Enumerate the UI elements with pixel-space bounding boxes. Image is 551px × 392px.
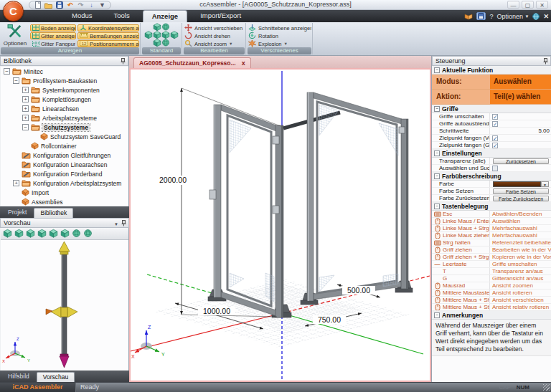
- ribbon-item-ansicht-verschieben[interactable]: Ansicht verschieben: [184, 24, 245, 32]
- collapse-icon[interactable]: −: [434, 312, 440, 318]
- property-group-einstellungen[interactable]: −Einstellungen: [432, 149, 551, 158]
- close-button[interactable]: ✕: [536, 1, 548, 9]
- view-cube-icon[interactable]: [49, 229, 58, 239]
- ribbon-item-schnittebene-anzeigen[interactable]: Schnittebene anzeigen: [248, 24, 311, 32]
- view-sphere-icon[interactable]: [83, 229, 93, 239]
- tree-item-konfiguration-arbeitsplatzsystem[interactable]: +Konfiguration Arbeitsplatzsystem: [1, 178, 128, 188]
- web-globe-icon[interactable]: [532, 13, 540, 20]
- tree-item-schutzsysteme[interactable]: −Schutzsysteme: [1, 123, 128, 132]
- property-group-anmerkungen[interactable]: −Anmerkungen: [432, 311, 551, 320]
- maximize-button[interactable]: ▢: [522, 1, 534, 9]
- collapse-icon[interactable]: −: [434, 204, 440, 209]
- checkbox[interactable]: ✓: [492, 121, 498, 127]
- tab-projekt[interactable]: Projekt: [2, 208, 32, 218]
- toggle-koordinatensystem-anzeigen[interactable]: Koordinatensystem anzeigen: [77, 24, 139, 32]
- open-file-icon[interactable]: [44, 1, 52, 9]
- tree-item-konfiguration-linearachsen[interactable]: Konfiguration Linearachsen: [1, 160, 128, 169]
- tree-item-profilsystem-baukasten[interactable]: −Profilsystem-Baukasten: [1, 76, 128, 85]
- checkbox[interactable]: ✓: [492, 114, 498, 120]
- collapse-icon[interactable]: −: [4, 68, 10, 75]
- property-group-griffe[interactable]: −Griffe: [432, 105, 551, 113]
- close-pane-icon[interactable]: ✕: [543, 13, 549, 20]
- document-close-icon[interactable]: x: [242, 59, 245, 67]
- tree-item-komplettlösungen[interactable]: +Komplettlösungen: [1, 95, 128, 104]
- collapse-icon[interactable]: −: [22, 124, 29, 130]
- ribbon-item-ansicht-zoom[interactable]: Ansicht zoom▼: [184, 40, 245, 47]
- minimize-button[interactable]: —: [507, 1, 519, 9]
- tab-import-export[interactable]: Import/Export: [192, 10, 250, 22]
- pin-icon[interactable]: [121, 220, 126, 228]
- button-farbe-zurücksetzen[interactable]: Farbe Zurücksetzen: [493, 196, 549, 201]
- tree-item-minitec[interactable]: −Minitec: [1, 67, 128, 76]
- options-dropdown[interactable]: Optionen ▼: [496, 13, 529, 20]
- tree-item-rollcontainer[interactable]: Rollcontainer: [1, 141, 128, 150]
- tab-anzeige[interactable]: Anzeige: [143, 10, 187, 22]
- optionen-button[interactable]: Optionen: [1, 24, 29, 47]
- view-cube-icon[interactable]: [3, 229, 12, 239]
- checkbox[interactable]: [492, 166, 498, 171]
- view-cube-icon[interactable]: [144, 31, 153, 39]
- property-group-tastenbelegung[interactable]: −Tastenbelegung: [432, 202, 551, 211]
- tree-item-arbeitsplatzsysteme[interactable]: +Arbeitsplatzsysteme: [1, 113, 128, 123]
- redo-icon[interactable]: ↷: [77, 1, 85, 9]
- help-icon[interactable]: ?: [489, 13, 493, 20]
- expand-icon[interactable]: +: [22, 96, 29, 102]
- collapse-icon[interactable]: −: [434, 150, 440, 156]
- ribbon-item-ansicht-drehen[interactable]: Ansicht drehen: [184, 32, 245, 39]
- property-group-farbüberschreibung[interactable]: −Farbüberschreibung: [432, 172, 551, 181]
- save-icon[interactable]: [55, 1, 63, 9]
- checkbox[interactable]: ✓: [492, 143, 498, 148]
- library-book-icon[interactable]: [464, 13, 473, 20]
- tree-item-systemkomponenten[interactable]: +Systemkomponenten: [1, 85, 128, 95]
- chevron-down-icon[interactable]: ▼: [114, 222, 118, 226]
- 3d-viewport[interactable]: 2000.00 1000.00 750.00 500.00 Z X Y: [129, 68, 431, 382]
- view-cube-icon[interactable]: [170, 31, 179, 39]
- collapse-icon[interactable]: −: [434, 173, 440, 179]
- view-cube-icon[interactable]: [26, 229, 35, 239]
- tree-item-konfiguration-förderband[interactable]: Konfiguration Förderband: [1, 169, 128, 178]
- toggle-gitter-fangpunkte[interactable]: Gitter Fangpunkte: [30, 40, 76, 47]
- tab-tools[interactable]: Tools: [105, 10, 138, 22]
- view-cube-icon[interactable]: [14, 229, 24, 239]
- quick-save-icon[interactable]: [476, 12, 486, 20]
- document-tab[interactable]: AG0005_Schutzzaun_Kopresso... x: [133, 57, 251, 68]
- collapse-icon[interactable]: −: [13, 77, 19, 84]
- view-sphere-icon[interactable]: [161, 39, 170, 47]
- preview-3d-view[interactable]: Z X Y: [1, 240, 128, 371]
- toggle-bema-ungen-anzeigen[interactable]: Bemaßungen anzeigen: [77, 32, 139, 39]
- tab-hilfsbild[interactable]: Hilfsbild: [2, 372, 35, 382]
- color-dropdown-icon[interactable]: ▼: [541, 181, 549, 187]
- new-file-icon[interactable]: [34, 1, 42, 9]
- view-cube-icon[interactable]: [37, 229, 47, 239]
- color-swatch[interactable]: [493, 181, 541, 187]
- view-cube-icon[interactable]: [60, 229, 70, 239]
- fence-right-panel[interactable]: [307, 92, 408, 301]
- button-farbe-setzen[interactable]: Farbe Setzen: [493, 188, 549, 194]
- expand-icon[interactable]: +: [22, 87, 29, 93]
- tree-item-konfiguration-gleitführungen[interactable]: Konfiguration Gleitführungen: [1, 150, 128, 160]
- tab-modus[interactable]: Modus: [63, 10, 101, 22]
- tree-item-assemblies[interactable]: Assemblies: [1, 197, 128, 206]
- import-arrow-icon[interactable]: ↓: [88, 1, 95, 9]
- toggle-gitter-anzeigen[interactable]: Gitter anzeigen: [30, 32, 76, 39]
- pin-icon[interactable]: [121, 58, 126, 66]
- button-zurücksetzen[interactable]: Zurücksetzen: [493, 158, 549, 164]
- toggle-boden-anzeigen[interactable]: Boden anzeigen: [30, 24, 76, 32]
- application-menu-button[interactable]: C: [3, 1, 24, 21]
- tree-item-linearachsen[interactable]: +Linearachsen: [1, 104, 128, 113]
- qat-dropdown-icon[interactable]: ▼: [98, 1, 106, 9]
- checkbox[interactable]: ✓: [492, 135, 498, 141]
- expand-icon[interactable]: +: [22, 115, 29, 121]
- tree-item-schutzsystem-saveguard[interactable]: Schutzsystem SaveGuard: [1, 132, 128, 141]
- tab-bibliothek[interactable]: Bibliothek: [34, 208, 73, 218]
- ribbon-item-rotation[interactable]: Rotation: [248, 32, 311, 39]
- undo-icon[interactable]: ↶: [66, 1, 74, 9]
- collapse-icon[interactable]: −: [434, 67, 440, 73]
- toggle-positionsnummern-anzeigen[interactable]: 12Positionsnummern anzeigen: [77, 40, 139, 47]
- pin-icon[interactable]: [543, 58, 548, 66]
- tree-item-import[interactable]: Import: [1, 188, 128, 197]
- fence-left-panel[interactable]: [209, 105, 283, 317]
- property-group-aktuelle-funktion[interactable]: −Aktuelle Funktion: [432, 66, 551, 75]
- resize-grip[interactable]: [543, 384, 550, 391]
- view-sphere-icon[interactable]: [72, 229, 81, 239]
